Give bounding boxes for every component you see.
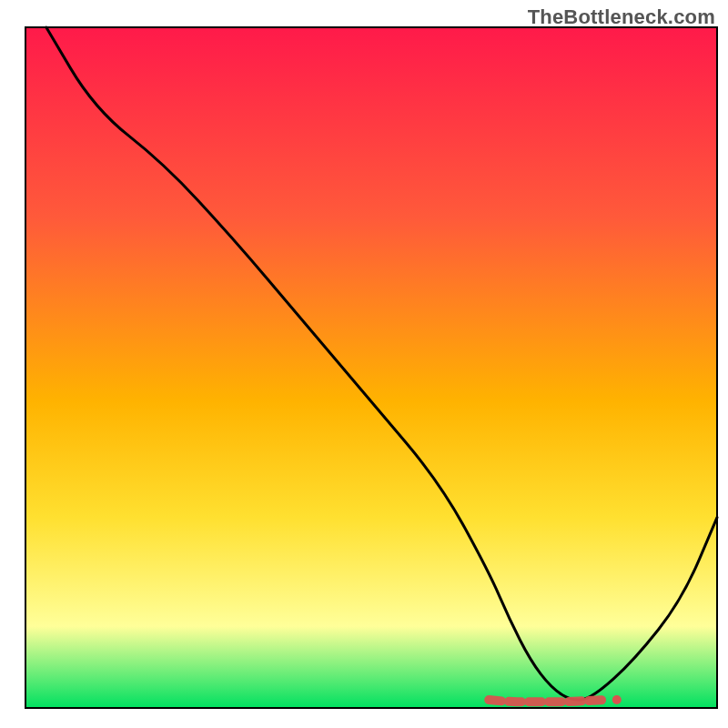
flat-zone-markers bbox=[489, 700, 606, 702]
bottleneck-chart bbox=[0, 0, 728, 728]
chart-container: TheBottleneck.com bbox=[0, 0, 728, 728]
watermark-text: TheBottleneck.com bbox=[528, 5, 715, 29]
gradient-background bbox=[25, 27, 717, 708]
plot-area bbox=[25, 27, 717, 708]
flat-zone-marker-dot bbox=[612, 695, 622, 704]
